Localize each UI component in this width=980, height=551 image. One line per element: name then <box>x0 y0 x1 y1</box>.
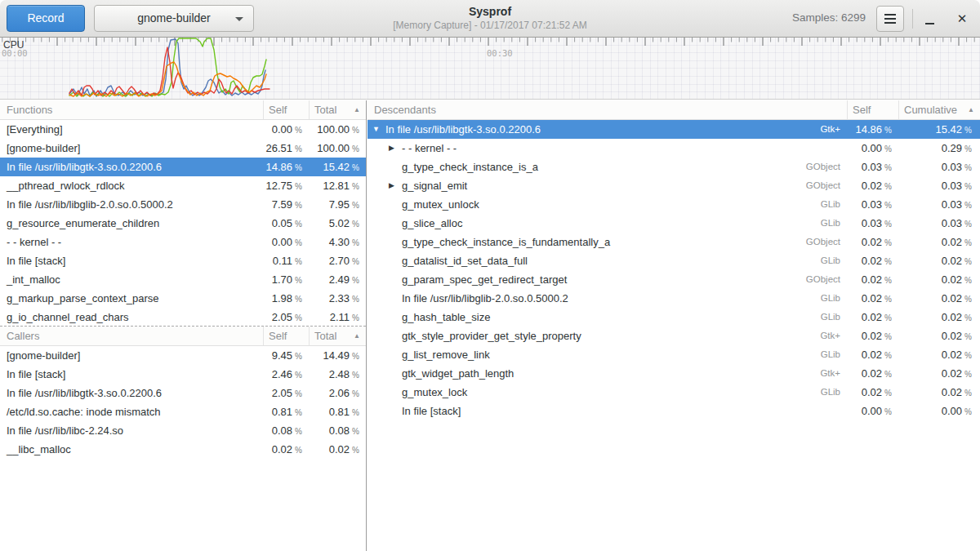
library-tag: GLib <box>821 195 840 214</box>
table-row[interactable]: g_io_channel_read_chars 2.05% 2.11% <box>0 308 366 327</box>
table-row[interactable]: In file /usr/lib/libglib-2.0.so.0.5000.2… <box>368 289 980 308</box>
table-row[interactable]: g_type_check_instance_is_fundamentally_a… <box>368 233 980 251</box>
sysprof-window: Record gnome-builder Sysprof [Memory Cap… <box>0 0 980 551</box>
total-percent: 7.95% <box>309 195 366 214</box>
table-row[interactable]: In file [stack] 0.00% 0.00% <box>368 402 980 420</box>
library-tag: GObject <box>806 233 840 251</box>
self-percent: 9.45% <box>263 346 309 365</box>
expander-closed-icon[interactable]: ▶ <box>389 176 402 195</box>
function-name: [gnome-builder] <box>0 139 263 158</box>
function-name: ▶- - kernel - - <box>368 139 847 158</box>
self-percent: 1.98% <box>263 289 309 308</box>
cumulative-percent: 0.02% <box>898 345 980 364</box>
expander-open-icon[interactable]: ▼ <box>372 120 385 139</box>
callers-table: [gnome-builder] 9.45% 14.49% In file [st… <box>0 346 366 459</box>
table-row[interactable]: [gnome-builder] 26.51% 100.00% <box>0 139 366 158</box>
table-row[interactable]: [Everything] 0.00% 100.00% <box>0 120 366 139</box>
table-row[interactable]: g_hash_table_sizeGLib 0.02% 0.02% <box>368 308 980 327</box>
function-name: gtk_style_provider_get_style_propertyGtk… <box>368 327 847 345</box>
table-row[interactable]: gtk_style_provider_get_style_propertyGtk… <box>368 327 980 345</box>
descendants-column-header[interactable]: Descendants <box>368 100 847 119</box>
self-percent: 2.05% <box>263 384 309 402</box>
table-row[interactable]: g_markup_parse_context_parse 1.98% 2.33% <box>0 289 366 308</box>
functions-self-column-header[interactable]: Self <box>263 100 309 119</box>
samples-count: Samples: 6299 <box>792 11 866 24</box>
callers-total-column-header[interactable]: Total▲ <box>309 327 366 345</box>
table-row[interactable]: g_slice_allocGLib 0.03% 0.03% <box>368 214 980 233</box>
close-icon: ✕ <box>957 11 968 25</box>
table-row[interactable]: In file /usr/lib/libgtk-3.so.0.2200.6 14… <box>0 158 366 176</box>
table-row[interactable]: ▶g_signal_emitGObject 0.02% 0.03% <box>368 176 980 195</box>
table-row[interactable]: In file /usr/lib/libglib-2.0.so.0.5000.2… <box>0 195 366 214</box>
cpu-usage-lines <box>0 38 980 100</box>
self-percent: 14.86% <box>263 158 309 176</box>
library-tag: GLib <box>821 308 840 327</box>
library-tag: GLib <box>821 289 840 308</box>
table-row[interactable]: In file [stack] 2.46% 2.48% <box>0 365 366 384</box>
table-row[interactable]: - - kernel - - 0.00% 4.30% <box>0 233 366 251</box>
functions-total-column-header[interactable]: Total▲ <box>309 100 366 119</box>
expander-closed-icon[interactable]: ▶ <box>389 139 402 158</box>
function-name: gtk_widget_path_lengthGtk+ <box>368 364 847 383</box>
close-button[interactable]: ✕ <box>949 6 975 32</box>
table-row[interactable]: g_type_check_instance_is_aGObject 0.03% … <box>368 158 980 176</box>
menu-button[interactable] <box>876 6 904 32</box>
table-row[interactable]: gtk_widget_path_lengthGtk+ 0.02% 0.02% <box>368 364 980 383</box>
cumulative-percent: 0.02% <box>898 289 980 308</box>
callers-self-column-header[interactable]: Self <box>263 327 309 345</box>
descendants-table-header: Descendants Self Cumulative▲ <box>368 100 980 120</box>
self-percent: 0.08% <box>263 421 309 440</box>
table-row[interactable]: g_mutex_lockGLib 0.02% 0.02% <box>368 383 980 402</box>
callers-column-header[interactable]: Callers <box>0 327 263 345</box>
self-percent: 2.46% <box>263 365 309 384</box>
table-row[interactable]: ▼In file /usr/lib/libgtk-3.so.0.2200.6Gt… <box>368 120 980 139</box>
table-row[interactable]: g_mutex_unlockGLib 0.03% 0.03% <box>368 195 980 214</box>
table-row[interactable]: ▶- - kernel - - 0.00% 0.29% <box>368 139 980 158</box>
descendants-table: ▼In file /usr/lib/libgtk-3.so.0.2200.6Gt… <box>368 120 980 420</box>
function-name: In file [stack] <box>0 365 263 384</box>
total-percent: 2.33% <box>309 289 366 308</box>
self-percent: 0.05% <box>263 214 309 233</box>
table-row[interactable]: In file /usr/lib/libgtk-3.so.0.2200.6 2.… <box>0 384 366 402</box>
table-row[interactable]: __pthread_rwlock_rdlock 12.75% 12.81% <box>0 176 366 195</box>
library-tag: Gtk+ <box>820 327 840 345</box>
total-percent: 2.48% <box>309 365 366 384</box>
self-percent: 0.03% <box>847 195 898 214</box>
functions-column-header[interactable]: Functions <box>0 100 263 119</box>
hamburger-icon <box>884 14 896 16</box>
minimize-icon <box>925 23 934 24</box>
table-row[interactable]: g_list_remove_linkGLib 0.02% 0.02% <box>368 345 980 364</box>
descendants-cumulative-column-header[interactable]: Cumulative▲ <box>898 100 980 119</box>
cumulative-percent: 0.29% <box>898 139 980 158</box>
cumulative-percent: 0.02% <box>898 251 980 270</box>
self-percent: 2.05% <box>263 308 309 327</box>
table-row[interactable]: g_datalist_id_set_data_fullGLib 0.02% 0.… <box>368 251 980 270</box>
function-name: __pthread_rwlock_rdlock <box>0 176 263 195</box>
function-name: ▼In file /usr/lib/libgtk-3.so.0.2200.6Gt… <box>368 120 847 139</box>
table-row[interactable]: [gnome-builder] 9.45% 14.49% <box>0 346 366 365</box>
record-button[interactable]: Record <box>7 5 85 32</box>
function-name: [Everything] <box>0 120 263 139</box>
total-percent: 15.42% <box>309 158 366 176</box>
self-percent: 0.02% <box>847 176 898 195</box>
total-percent: 0.81% <box>309 402 366 421</box>
table-row[interactable]: __libc_malloc 0.02% 0.02% <box>0 440 366 459</box>
table-row[interactable]: _int_malloc 1.70% 2.49% <box>0 270 366 289</box>
process-selector-dropdown[interactable]: gnome-builder <box>94 5 254 32</box>
function-name: g_mutex_unlockGLib <box>368 195 847 214</box>
function-name: In file /usr/lib/libglib-2.0.so.0.5000.2… <box>368 289 847 308</box>
function-name: g_param_spec_get_redirect_targetGObject <box>368 270 847 289</box>
minimize-button[interactable] <box>918 6 941 32</box>
table-row[interactable]: g_resource_enumerate_children 0.05% 5.02… <box>0 214 366 233</box>
descendants-pane: Descendants Self Cumulative▲ ▼In file /u… <box>368 100 980 551</box>
table-row[interactable]: In file [stack] 0.11% 2.70% <box>0 251 366 270</box>
descendants-self-column-header[interactable]: Self <box>847 100 898 119</box>
table-row[interactable]: g_param_spec_get_redirect_targetGObject … <box>368 270 980 289</box>
app-title: Sysprof <box>294 5 686 18</box>
table-row[interactable]: /etc/ld.so.cache: inode mismatch 0.81% 0… <box>0 402 366 421</box>
self-percent: 0.00% <box>847 402 898 420</box>
cpu-graph[interactable]: CPU 00:00 00:30 <box>0 38 980 100</box>
table-row[interactable]: In file /usr/lib/libc-2.24.so 0.08% 0.08… <box>0 421 366 440</box>
self-percent: 0.81% <box>263 402 309 421</box>
library-tag: GObject <box>806 270 840 289</box>
